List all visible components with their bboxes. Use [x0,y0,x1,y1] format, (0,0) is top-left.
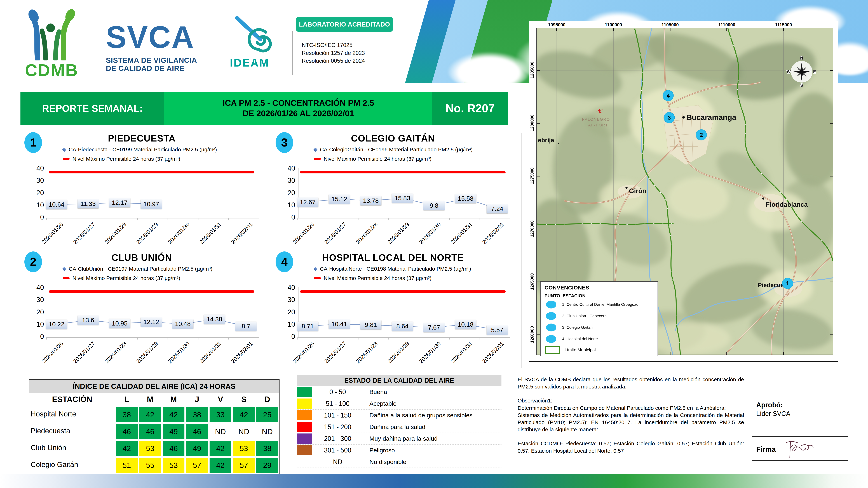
ica-value-cell: 51 [115,457,138,474]
observation-title: Observación1: [518,397,744,404]
map-legend-boundary: Límite Municipal [545,345,657,355]
ica-value: 42 [140,407,161,422]
map-legend-title: CONVENCIONES [545,285,657,291]
map-legend-item-label: 1, Centro Cultural Daniel Mantilla Orbeg… [562,302,639,307]
map-coordinate-label: 1110000 [714,22,739,27]
estado-row: 151 - 200Dañina para la salud [297,421,501,433]
y-axis-tick-label: 10 [278,201,295,209]
data-point-label: 11.33 [78,199,99,208]
ica-value-cell: 46 [115,423,138,440]
y-axis-tick-label: 10 [27,321,44,328]
data-point-label: 7.24 [487,204,508,214]
ica-day-header: S [232,393,256,406]
ica-value: 49 [163,424,184,439]
map-coordinate-label: 1265000 [530,268,535,295]
axis-tick [228,338,229,339]
legend-series-entry: CA-Piedecuesta - CE0199 Material Particu… [63,147,217,153]
svg-text:N: N [800,56,803,60]
series-marker-icon [62,267,66,271]
ideam-wordmark: IDEAM [230,56,284,69]
y-axis-tick-label: 20 [278,308,295,316]
title-line-1: ICA PM 2.5 - CONCENTRACIÓN PM 2.5 [223,98,374,108]
map-panel: 10950001100000110500011100001115000 1285… [529,21,838,362]
x-axis-date-label: 2026/01/30 [415,221,442,249]
station-marker-1: 1 [782,278,793,289]
axis-tick [298,219,298,220]
air-quality-state-table: ESTADO DE LA CALIDAD DEL AIRE 0 - 50Buen… [297,375,501,468]
ica-day-header: J [185,393,209,406]
ica-value: 38 [186,407,208,422]
data-point-label: 14.38 [204,315,225,324]
title-line-2: DE 2026/01/26 AL 2026/02/01 [223,108,374,119]
x-axis-date-label: 2026/01/26 [288,221,316,249]
observation-line: Sistemas de Medición Automatizados para … [518,412,744,433]
data-point-label: 12.17 [109,198,130,207]
ica-table-title: ÍNDICE DE CALIDAD DEL AIRE (ICA) 24 HORA… [29,380,279,393]
ica-value: 55 [140,458,161,473]
cdmb-wordmark: CDMB [25,60,79,80]
ica-value: ND [210,424,231,439]
station-point-icon [546,312,556,320]
ica-value: 46 [140,424,161,439]
data-point-label: 9.8 [424,201,444,210]
x-axis-date-label: 2026/01/26 [37,340,65,368]
x-axis-date-label: 2026/01/31 [446,340,474,368]
x-axis-date-label: 2026/01/31 [195,340,223,368]
estado-color-swatch [297,445,312,455]
estado-label: Muy dañina para la salud [364,433,501,444]
svg-text:AIRPORT: AIRPORT [588,123,608,127]
threshold-line [49,290,254,293]
data-point-label: 13.78 [360,196,381,205]
y-axis-line [47,168,48,218]
ica-value-cell: ND [232,423,256,440]
x-axis-line [46,337,259,338]
x-axis-line [298,337,510,338]
ica-value-cell: 42 [209,457,232,474]
ica-value-cell: 42 [162,406,185,423]
data-point-label: 10.18 [455,320,476,329]
map-legend-item: 4, Hospital del Norte [546,333,657,345]
data-point-label: 10.95 [109,319,130,328]
svca-logo: SVCA SISTEMA DE VIGILANCIA DE CALIDAD DE… [106,22,221,72]
axis-tick [259,219,259,220]
ica-value: 42 [210,458,231,473]
data-point-label: 10.97 [141,199,162,209]
estado-color-swatch [297,422,312,432]
chart-3: 3COLEGIO GAITÁNCA-ColegioGaitán - CE0196… [271,132,521,256]
y-axis-tick-label: 20 [278,189,295,197]
data-point-label: 12.67 [297,197,318,207]
estado-label: Dañina para la salud [364,421,501,432]
ica-value: 57 [233,458,255,473]
ica-station-name: Colegio Gaitán [29,457,115,472]
x-axis-line [298,218,510,219]
ica-value: 42 [116,441,137,456]
svg-text:Bucaramanga: Bucaramanga [686,113,736,122]
station-marker-4: 4 [663,90,674,101]
axis-tick [107,219,107,220]
x-axis-date-label: 2026/01/30 [164,221,191,249]
axis-tick [358,338,359,339]
estado-range: 51 - 100 [312,398,364,409]
approved-label: Aprobó: [756,401,848,409]
estado-label: Dañina a la salud de grupos sensibles [364,410,501,421]
station-number-badge: 1 [24,132,42,153]
chart-title: CLUB UNIÓN [46,252,237,263]
axis-tick [449,219,450,220]
title-bar-left: REPORTE SEMANAL: [21,92,164,125]
axis-tick [479,338,480,339]
estado-row: 51 - 100Aceptable [297,398,501,410]
map-coordinate-label: 1260000 [530,321,535,348]
legend-series-label: CA-ClubUnión - CE0197 Material Particula… [69,266,212,272]
y-axis-tick-label: 40 [278,164,295,172]
axis-tick [479,219,480,220]
ica-value: 42 [210,441,231,456]
y-axis-tick-label: 30 [27,296,44,304]
ica-day-header: D [255,393,279,406]
map-coordinate-label: 1100000 [601,22,626,27]
map-coordinate-label: 1105000 [657,22,683,27]
svca-subtitle-1: SISTEMA DE VIGILANCIA [106,56,221,64]
ica-value-cell: 46 [138,423,162,440]
axis-tick [46,219,46,220]
axis-tick [107,338,107,339]
ica-value-cell: 53 [232,440,256,457]
